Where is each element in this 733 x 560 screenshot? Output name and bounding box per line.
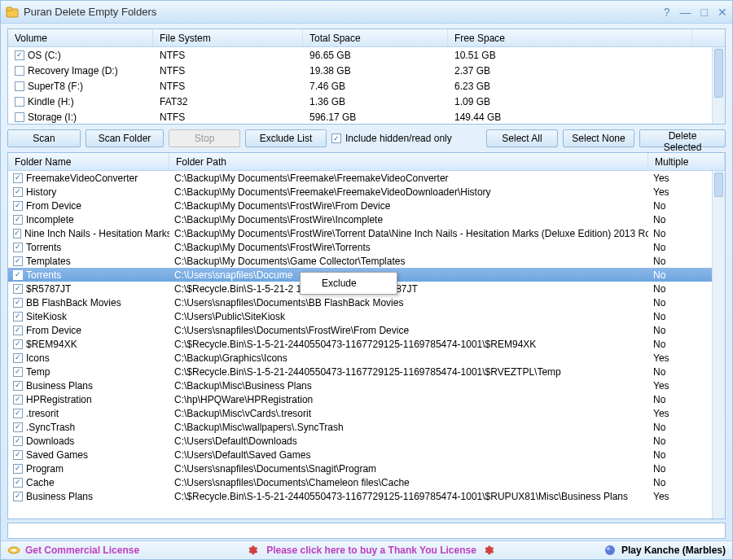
folder-checkbox[interactable]	[13, 284, 23, 294]
volumes-col-filesystem[interactable]: File System	[153, 29, 303, 46]
volume-row[interactable]: SuperT8 (F:)NTFS7.46 GB6.23 GB	[8, 78, 725, 94]
volume-checkbox[interactable]	[15, 66, 24, 76]
folder-row[interactable]: Business PlansC:\$Recycle.Bin\S-1-5-21-2…	[8, 489, 725, 503]
volume-free: 1.09 GB	[448, 96, 692, 107]
folder-row[interactable]: .SyncTrashC:\Backup\Misc\wallpapers\.Syn…	[8, 420, 725, 434]
folder-checkbox[interactable]	[13, 367, 23, 377]
folder-row[interactable]: SiteKioskC:\Users\Public\SiteKioskNo	[8, 309, 725, 323]
folder-row[interactable]: BB FlashBack MoviesC:\Users\snapfiles\Do…	[8, 295, 725, 309]
folder-checkbox[interactable]	[13, 409, 23, 418]
folder-checkbox[interactable]	[13, 201, 23, 211]
volumes-col-freespace[interactable]: Free Space	[448, 29, 692, 46]
context-menu: Exclude	[300, 272, 397, 295]
folder-row[interactable]: HPRegistrationC:\hp\HPQWare\HPRegistrati…	[8, 392, 725, 406]
folder-checkbox[interactable]	[13, 492, 23, 501]
folders-rows: FreemakeVideoConverterC:\Backup\My Docum…	[8, 171, 725, 503]
folder-row[interactable]: IncompleteC:\Backup\My Documents\FrostWi…	[8, 212, 725, 226]
volume-row[interactable]: OS (C:)NTFS96.65 GB10.51 GB	[8, 47, 725, 63]
folder-row[interactable]: TempC:\$Recycle.Bin\S-1-5-21-2440550473-…	[8, 365, 725, 378]
folder-row[interactable]: TemplatesC:\Backup\My Documents\Game Col…	[8, 254, 725, 268]
folders-col-name[interactable]: Folder Name	[8, 153, 169, 170]
volumes-col-volume[interactable]: Volume	[8, 29, 153, 46]
folder-row[interactable]: From DeviceC:\Users\snapfiles\Documents\…	[8, 323, 725, 337]
folder-row[interactable]: Saved GamesC:\Users\Default\Saved GamesN…	[8, 448, 725, 462]
exclude-list-button[interactable]: Exclude List	[245, 129, 327, 147]
maximize-icon[interactable]: □	[701, 6, 708, 19]
minimize-icon[interactable]: —	[680, 6, 691, 19]
folder-row[interactable]: DownloadsC:\Users\Default\DownloadsNo	[8, 434, 725, 448]
folder-path: C:\hp\HPQWare\HPRegistration	[169, 394, 648, 405]
folder-row[interactable]: FreemakeVideoConverterC:\Backup\My Docum…	[8, 171, 725, 185]
folder-name: SiteKiosk	[26, 311, 67, 322]
folder-name: Program	[26, 463, 64, 475]
folder-path: C:\Backup\My Documents\FrostWire\Incompl…	[169, 214, 648, 225]
folder-checkbox[interactable]	[13, 270, 23, 280]
folder-row[interactable]: From DeviceC:\Backup\My Documents\FrostW…	[8, 199, 725, 212]
folder-row[interactable]: CacheC:\Users\snapfiles\Documents\Chamel…	[8, 475, 725, 489]
folder-name: Cache	[26, 477, 55, 488]
folder-row[interactable]: Business PlansC:\Backup\Misc\Business Pl…	[8, 378, 725, 392]
commercial-license-link[interactable]: Get Commercial License	[7, 544, 139, 557]
folder-path: C:\Backup\My Documents\Game Collector\Te…	[169, 256, 648, 267]
folders-col-multiple[interactable]: Multiple	[648, 153, 725, 170]
volume-row[interactable]: Storage (I:)NTFS596.17 GB149.44 GB	[8, 109, 725, 125]
folder-row[interactable]: IconsC:\Backup\Graphics\IconsYes	[8, 351, 725, 365]
volumes-scrollbar[interactable]	[712, 47, 725, 124]
close-icon[interactable]: ✕	[718, 6, 727, 19]
select-none-button[interactable]: Select None	[563, 129, 634, 147]
select-all-button[interactable]: Select All	[486, 129, 558, 147]
folder-checkbox[interactable]	[13, 187, 23, 197]
folder-checkbox[interactable]	[13, 478, 23, 488]
volume-checkbox[interactable]	[15, 81, 24, 91]
folder-checkbox[interactable]	[13, 353, 23, 363]
folder-checkbox[interactable]	[13, 395, 23, 405]
folder-checkbox[interactable]	[13, 243, 23, 252]
folder-checkbox[interactable]	[13, 173, 23, 183]
folder-name: HPRegistration	[26, 394, 92, 405]
volume-name: Recovery Image (D:)	[28, 65, 118, 77]
folder-checkbox[interactable]	[13, 422, 23, 432]
folder-checkbox[interactable]	[13, 215, 23, 225]
folder-path: C:\$Recycle.Bin\S-1-5-21-2440550473-1167…	[169, 366, 648, 378]
folder-checkbox[interactable]	[13, 229, 21, 238]
folder-path: C:\Backup\My Documents\FrostWire\Torrent…	[169, 228, 648, 239]
folder-row[interactable]: HistoryC:\Backup\My Documents\Freemake\F…	[8, 185, 725, 199]
folder-row[interactable]: .tresoritC:\Backup\Misc\vCards\.tresorit…	[8, 406, 725, 420]
folder-name: History	[26, 186, 56, 198]
folder-row[interactable]: TorrentsC:\Backup\My Documents\FrostWire…	[8, 240, 725, 254]
volume-row[interactable]: Kindle (H:)FAT321.36 GB1.09 GB	[8, 94, 725, 109]
folder-row[interactable]: $REM94XKC:\$Recycle.Bin\S-1-5-21-2440550…	[8, 337, 725, 351]
volume-checkbox[interactable]	[15, 97, 24, 107]
folder-checkbox[interactable]	[13, 312, 23, 322]
folder-checkbox[interactable]	[13, 326, 23, 335]
scan-button[interactable]: Scan	[7, 129, 81, 147]
folder-checkbox[interactable]	[13, 381, 23, 391]
folder-checkbox[interactable]	[13, 256, 23, 266]
folder-row[interactable]: Nine Inch Nails - Hesitation Marks...C:\…	[8, 226, 725, 240]
titlebar: Puran Delete Empty Folders ? — □ ✕	[1, 1, 732, 24]
folder-row[interactable]: ProgramC:\Users\snapfiles\Documents\Snag…	[8, 462, 725, 475]
folder-path: C:\Users\Default\Downloads	[169, 435, 648, 447]
folders-scrollbar[interactable]	[712, 171, 725, 518]
folder-checkbox[interactable]	[13, 339, 23, 349]
svg-rect-1	[7, 7, 12, 11]
folder-checkbox[interactable]	[13, 298, 23, 308]
help-icon[interactable]: ?	[664, 6, 670, 19]
volume-row[interactable]: Recovery Image (D:)NTFS19.38 GB2.37 GB	[8, 63, 725, 78]
folders-col-path[interactable]: Folder Path	[169, 153, 648, 170]
volumes-col-totalspace[interactable]: Total Space	[303, 29, 448, 46]
scan-folder-button[interactable]: Scan Folder	[86, 129, 164, 147]
include-hidden-label: Include hidden/read only	[345, 133, 452, 144]
delete-selected-button[interactable]: Delete Selected	[639, 129, 726, 147]
play-kanche-link[interactable]: Play Kanche (Marbles)	[604, 544, 726, 557]
thankyou-license-link[interactable]: ✽ Please click here to buy a Thank You L…	[146, 544, 597, 557]
volume-checkbox[interactable]	[15, 112, 24, 122]
folder-checkbox[interactable]	[13, 450, 23, 460]
volume-fs: NTFS	[153, 112, 303, 123]
context-menu-exclude[interactable]: Exclude	[302, 274, 395, 292]
folder-checkbox[interactable]	[13, 464, 23, 474]
include-hidden-checkbox[interactable]: Include hidden/read only	[331, 133, 452, 144]
volume-checkbox[interactable]	[15, 50, 24, 60]
checkbox-icon[interactable]	[331, 133, 341, 143]
folder-checkbox[interactable]	[13, 436, 23, 446]
